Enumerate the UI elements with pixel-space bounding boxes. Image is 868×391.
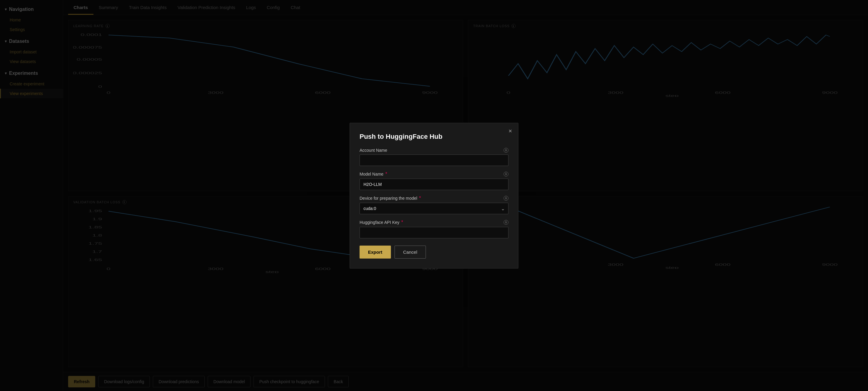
- api-key-input[interactable]: [360, 227, 508, 238]
- api-key-required: *: [401, 220, 403, 225]
- modal-title: Push to HuggingFace Hub: [360, 133, 508, 141]
- model-name-field-group: Model Name * ℹ: [360, 171, 508, 190]
- api-key-label: Huggingface API Key * ℹ: [360, 220, 508, 225]
- model-name-info-icon[interactable]: ℹ: [504, 172, 508, 176]
- account-name-info-icon[interactable]: ℹ: [504, 148, 508, 153]
- model-name-required: *: [385, 171, 387, 177]
- device-info-icon[interactable]: ℹ: [504, 196, 508, 201]
- modal-overlay: × Push to HuggingFace Hub Account Name ℹ…: [0, 0, 868, 391]
- device-required: *: [419, 196, 421, 201]
- device-select[interactable]: cuda:0 cpu: [360, 203, 508, 214]
- account-name-input[interactable]: [360, 155, 508, 166]
- push-huggingface-modal: × Push to HuggingFace Hub Account Name ℹ…: [350, 123, 518, 269]
- cancel-button[interactable]: Cancel: [395, 246, 426, 258]
- account-name-label: Account Name ℹ: [360, 148, 508, 153]
- model-name-input[interactable]: [360, 178, 508, 190]
- modal-close-button[interactable]: ×: [508, 128, 512, 134]
- api-key-info-icon[interactable]: ℹ: [504, 220, 508, 225]
- device-select-wrapper: cuda:0 cpu: [360, 203, 508, 214]
- export-button[interactable]: Export: [360, 246, 391, 258]
- modal-actions: Export Cancel: [360, 246, 508, 258]
- api-key-field-group: Huggingface API Key * ℹ: [360, 220, 508, 238]
- model-name-label: Model Name * ℹ: [360, 171, 508, 177]
- device-field-group: Device for preparing the model * ℹ cuda:…: [360, 196, 508, 214]
- account-name-field-group: Account Name ℹ: [360, 148, 508, 166]
- device-label: Device for preparing the model * ℹ: [360, 196, 508, 201]
